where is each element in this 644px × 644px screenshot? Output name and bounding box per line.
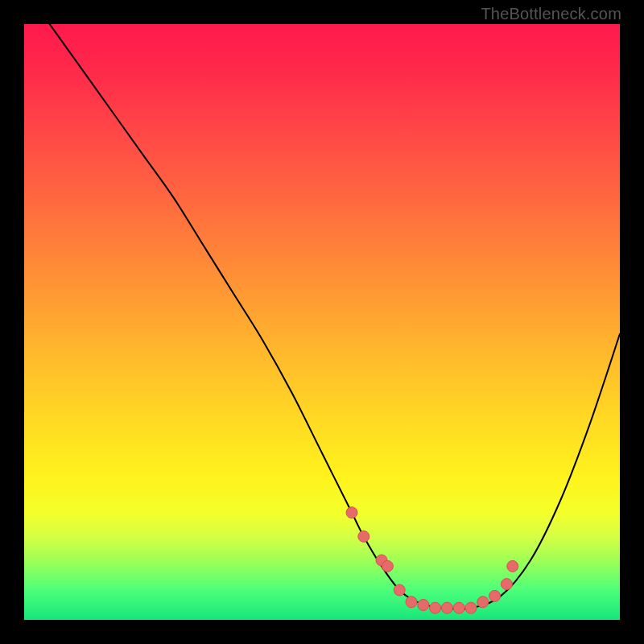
marker-point [501,579,512,590]
marker-point [489,590,501,601]
bottleneck-curve-path [24,0,620,609]
attribution-text: TheBottleneck.com [481,5,621,23]
marker-point [465,602,477,613]
marker-point [453,602,464,613]
marker-point [441,602,452,613]
marker-point [346,507,357,518]
marker-point [418,600,429,611]
bottleneck-chart [24,24,620,620]
marker-point [358,530,369,542]
marker-point [477,597,489,608]
marker-point [507,560,518,572]
marker-point [382,560,393,572]
marker-group [346,507,518,613]
marker-point [406,597,417,608]
marker-point [430,602,441,613]
marker-point [394,584,405,596]
